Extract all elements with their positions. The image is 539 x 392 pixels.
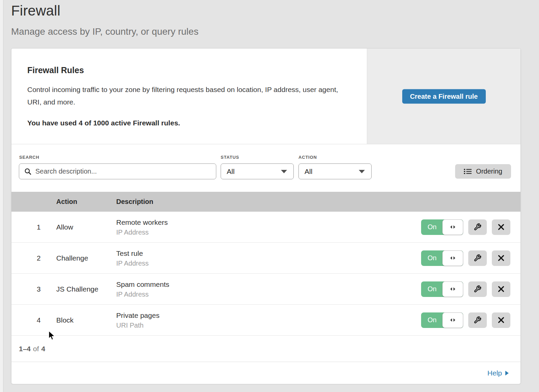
- delete-rule-button[interactable]: [492, 312, 510, 328]
- rule-controls: On: [421, 219, 510, 235]
- rule-action: JS Challenge: [56, 285, 98, 293]
- rule-enabled-toggle[interactable]: On: [421, 219, 463, 235]
- pagination-of: of: [33, 345, 39, 353]
- search-input[interactable]: [35, 168, 216, 175]
- help-link[interactable]: Help: [487, 369, 509, 377]
- rule-priority: 2: [37, 254, 41, 262]
- rule-controls: On: [421, 250, 510, 266]
- table-header: Action Description: [11, 192, 520, 212]
- toggle-on-label: On: [421, 281, 443, 297]
- help-link-label: Help: [487, 369, 502, 377]
- chevron-down-icon: [281, 170, 287, 173]
- rule-match-type: IP Address: [116, 290, 169, 298]
- rule-description: Remote workers: [116, 218, 168, 226]
- search-icon: [24, 168, 32, 175]
- ordering-button[interactable]: Ordering: [455, 164, 511, 179]
- rule-match-type: IP Address: [116, 259, 149, 267]
- ordering-button-label: Ordering: [476, 168, 502, 175]
- rule-description-cell: Private pages URI Path: [116, 311, 159, 329]
- toggle-handle[interactable]: [442, 250, 463, 266]
- toggle-on-label: On: [421, 219, 443, 235]
- wrench-icon: [474, 254, 481, 262]
- action-select-value: All: [305, 168, 312, 176]
- rule-description: Spam comments: [116, 280, 169, 288]
- rule-action: Block: [56, 316, 73, 324]
- delete-rule-button[interactable]: [492, 250, 510, 266]
- rule-priority: 4: [37, 316, 41, 324]
- rule-priority: 1: [37, 223, 41, 231]
- toggle-handle[interactable]: [442, 219, 463, 235]
- close-icon: [498, 255, 504, 261]
- ordered-list-icon: [464, 168, 472, 175]
- toggle-handle[interactable]: [442, 312, 463, 328]
- table-row: 4 Block Private pages URI Path On: [11, 305, 520, 336]
- page-subtitle: Manage access by IP, country, or query r…: [11, 26, 198, 37]
- close-icon: [498, 286, 504, 292]
- rule-description-cell: Remote workers IP Address: [116, 218, 168, 236]
- edit-rule-button[interactable]: [468, 219, 487, 235]
- pagination-total: 4: [41, 345, 45, 353]
- rule-action: Challenge: [56, 254, 88, 262]
- edit-rule-button[interactable]: [468, 312, 487, 328]
- create-rule-panel: Create a Firewall rule: [367, 49, 520, 144]
- help-row: Help: [11, 362, 520, 384]
- action-label: ACTION: [298, 155, 317, 160]
- card-top-section: Firewall Rules Control incoming traffic …: [11, 49, 520, 144]
- rule-description: Private pages: [116, 311, 159, 319]
- close-icon: [498, 224, 504, 230]
- search-label: SEARCH: [19, 155, 39, 160]
- arrow-right-icon: [505, 370, 509, 376]
- wrench-icon: [474, 316, 481, 324]
- rule-enabled-toggle[interactable]: On: [421, 281, 463, 297]
- column-header-description: Description: [116, 198, 153, 206]
- column-header-action: Action: [56, 198, 116, 206]
- pagination-range: 1–4: [19, 345, 31, 353]
- rule-priority: 3: [37, 285, 41, 293]
- rule-match-type: URI Path: [116, 321, 159, 329]
- action-select[interactable]: All: [298, 163, 372, 179]
- delete-rule-button[interactable]: [492, 281, 510, 297]
- rule-action: Allow: [56, 223, 73, 231]
- close-icon: [498, 317, 504, 323]
- rule-enabled-toggle[interactable]: On: [421, 312, 463, 328]
- toggle-on-label: On: [421, 250, 443, 266]
- rule-match-type: IP Address: [116, 228, 168, 236]
- edit-rule-button[interactable]: [468, 281, 487, 297]
- rules-list: 1 Allow Remote workers IP Address On: [11, 212, 520, 336]
- rule-controls: On: [421, 312, 510, 328]
- firewall-rules-card: Firewall Rules Control incoming traffic …: [11, 48, 521, 384]
- status-label: STATUS: [221, 155, 239, 160]
- delete-rule-button[interactable]: [492, 219, 510, 235]
- wrench-icon: [474, 223, 481, 231]
- table-row: 2 Challenge Test rule IP Address On: [11, 243, 520, 274]
- rule-description: Test rule: [116, 249, 149, 257]
- wrench-icon: [474, 285, 481, 293]
- rule-description-cell: Test rule IP Address: [116, 249, 149, 267]
- page-header: Firewall Manage access by IP, country, o…: [11, 3, 198, 37]
- left-right-arrows-icon: [450, 225, 456, 229]
- chevron-down-icon: [359, 170, 365, 173]
- window-edge: [0, 0, 3, 392]
- status-select-value: All: [227, 168, 234, 176]
- left-right-arrows-icon: [450, 287, 456, 291]
- pagination: 1–4 of 4: [11, 336, 520, 362]
- toggle-handle[interactable]: [442, 281, 463, 297]
- table-row: 1 Allow Remote workers IP Address On: [11, 212, 520, 243]
- left-right-arrows-icon: [450, 256, 456, 260]
- filter-section: SEARCH STATUS All ACTION All Ordering: [11, 144, 520, 192]
- page-title: Firewall: [11, 3, 198, 19]
- rule-description-cell: Spam comments IP Address: [116, 280, 169, 298]
- toggle-on-label: On: [421, 312, 443, 328]
- edit-rule-button[interactable]: [468, 250, 487, 266]
- rule-controls: On: [421, 281, 510, 297]
- rule-enabled-toggle[interactable]: On: [421, 250, 463, 266]
- card-description: Control incoming traffic to your zone by…: [27, 83, 351, 108]
- left-right-arrows-icon: [450, 318, 456, 322]
- create-firewall-rule-button[interactable]: Create a Firewall rule: [402, 89, 486, 103]
- status-select[interactable]: All: [221, 163, 294, 179]
- table-row: 3 JS Challenge Spam comments IP Address …: [11, 274, 520, 305]
- search-box[interactable]: [19, 163, 216, 179]
